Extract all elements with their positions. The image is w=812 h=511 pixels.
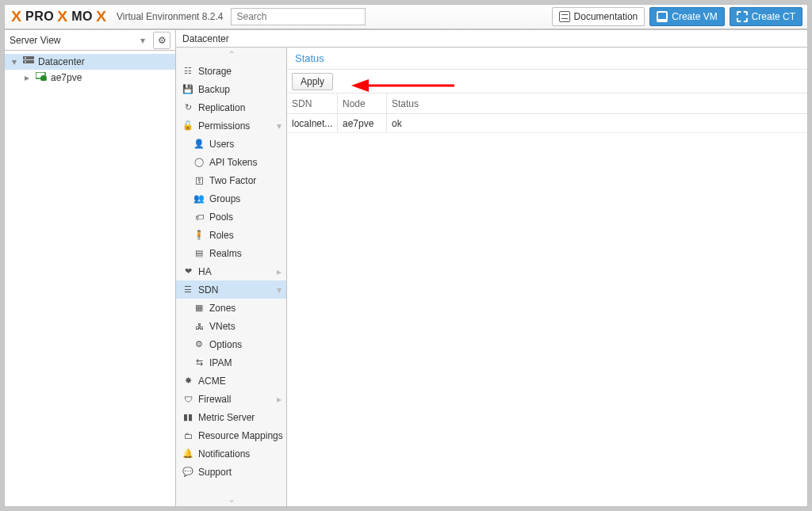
side-item-label: Support: [198, 467, 232, 478]
side-item-label: Realms: [209, 248, 242, 259]
side-item-label: Groups: [209, 193, 240, 204]
documentation-button[interactable]: Documentation: [552, 7, 645, 26]
scroll-down-button[interactable]: ⌄: [176, 492, 286, 506]
shield-icon: 🛡: [182, 395, 193, 404]
chevron-down-icon: ▾: [277, 120, 282, 132]
scroll-up-button[interactable]: ⌃: [176, 48, 286, 62]
create-vm-button[interactable]: Create VM: [649, 7, 724, 26]
database-icon: ☷: [182, 66, 193, 76]
side-item-label: Users: [209, 139, 234, 150]
side-item-label: HA: [198, 266, 212, 277]
cell-status: ok: [387, 114, 807, 132]
side-item-label: VNets: [209, 321, 236, 332]
breadcrumb-text: Datacenter: [182, 33, 229, 44]
side-item-label: Pools: [209, 212, 233, 223]
side-item-realms[interactable]: ▤ Realms: [176, 244, 286, 262]
side-item-options[interactable]: ⚙ Options: [176, 335, 286, 353]
tree-view-title: Server View: [10, 35, 132, 46]
side-item-metric-server[interactable]: ▮▮ Metric Server: [176, 408, 286, 426]
side-menu-items: ☷ Storage 💾 Backup ↻ Replication 🔓 Permi…: [176, 62, 286, 492]
cell-sdn: localnet...: [287, 114, 338, 132]
side-item-replication[interactable]: ↻ Replication: [176, 98, 286, 116]
server-icon: [22, 56, 35, 67]
side-item-permissions[interactable]: 🔓 Permissions ▾: [176, 116, 286, 135]
map-signs-icon: ⇆: [193, 357, 205, 368]
chevron-down-icon: ▾: [277, 284, 282, 296]
user-outline-icon: ◯: [193, 157, 205, 167]
side-item-api-tokens[interactable]: ◯ API Tokens: [176, 153, 286, 171]
side-item-label: Options: [209, 339, 242, 350]
side-item-groups[interactable]: 👥 Groups: [176, 189, 286, 208]
side-item-two-factor[interactable]: ⚿ Two Factor: [176, 171, 286, 189]
logo-x-icon: X: [94, 10, 109, 24]
side-item-storage[interactable]: ☷ Storage: [176, 62, 286, 80]
side-item-label: ACME: [198, 376, 226, 387]
side-item-ipam[interactable]: ⇆ IPAM: [176, 353, 286, 372]
male-icon: 🧍: [193, 230, 205, 240]
side-item-label: Replication: [198, 102, 245, 113]
tree-header: Server View ▾ ⚙: [5, 30, 175, 51]
status-panel: Status Apply SDN Node Status localnet...…: [287, 48, 807, 506]
book-icon: [559, 11, 570, 22]
bar-chart-icon: ▮▮: [182, 412, 193, 422]
retweet-icon: ↻: [182, 102, 193, 112]
logo-text-1: PRO: [25, 10, 54, 24]
search-input[interactable]: [231, 8, 366, 25]
address-book-icon: ▤: [193, 248, 205, 258]
col-header-node[interactable]: Node: [338, 93, 387, 113]
side-item-acme[interactable]: ✸ ACME: [176, 372, 286, 390]
create-ct-label: Create CT: [752, 11, 795, 22]
save-icon: 💾: [182, 84, 193, 94]
users-icon: 👥: [193, 193, 205, 204]
status-title: Status: [287, 48, 807, 70]
side-item-label: Metric Server: [198, 412, 255, 423]
bell-icon: 🔔: [182, 448, 193, 459]
col-header-status[interactable]: Status: [387, 93, 807, 113]
tree-settings-button[interactable]: ⚙: [153, 32, 170, 49]
view-dropdown-button[interactable]: ▾: [136, 33, 150, 48]
side-item-zones[interactable]: ▦ Zones: [176, 299, 286, 317]
side-item-label: Notifications: [198, 448, 250, 460]
side-item-sdn[interactable]: ☰ SDN ▾: [176, 280, 286, 299]
th-icon: ▦: [193, 303, 205, 313]
tree-item-datacenter[interactable]: ▾ Datacenter: [5, 54, 175, 70]
search-wrap: [231, 8, 366, 25]
side-item-label: Permissions: [198, 120, 250, 132]
content-panel: Datacenter ⌃ ☷ Storage 💾 Backup ↻ Replic…: [175, 29, 808, 507]
expand-icon[interactable]: ▸: [22, 72, 32, 83]
side-item-label: SDN: [198, 284, 218, 296]
create-vm-label: Create VM: [672, 11, 717, 22]
side-item-ha[interactable]: ❤ HA ▸: [176, 262, 286, 280]
key-icon: ⚿: [193, 176, 205, 185]
side-item-label: Zones: [209, 303, 236, 314]
tree-panel: Server View ▾ ⚙ ▾ Datacenter ▸ ae7pve: [4, 29, 175, 507]
col-header-sdn[interactable]: SDN: [287, 93, 338, 113]
side-item-firewall[interactable]: 🛡 Firewall ▸: [176, 390, 286, 408]
side-item-roles[interactable]: 🧍 Roles: [176, 226, 286, 244]
side-item-notifications[interactable]: 🔔 Notifications: [176, 444, 286, 463]
container-icon: [737, 11, 748, 22]
side-item-support[interactable]: 💬 Support: [176, 463, 286, 481]
side-item-vnets[interactable]: 🖧 VNets: [176, 317, 286, 335]
side-item-backup[interactable]: 💾 Backup: [176, 80, 286, 98]
network-wired-icon: 🖧: [193, 322, 205, 331]
certificate-icon: ✸: [182, 376, 193, 386]
create-ct-button[interactable]: Create CT: [730, 7, 802, 26]
collapse-icon[interactable]: ▾: [10, 56, 19, 67]
tree-body: ▾ Datacenter ▸ ae7pve: [5, 51, 175, 89]
side-item-label: API Tokens: [209, 157, 257, 168]
tree-item-label: Datacenter: [38, 56, 85, 67]
svg-point-5: [40, 75, 47, 81]
side-item-users[interactable]: 👤 Users: [176, 135, 286, 153]
table-row[interactable]: localnet... ae7pve ok: [287, 114, 807, 133]
tags-icon: 🏷: [193, 212, 205, 222]
logo-text-2: MO: [71, 10, 93, 24]
svg-point-2: [25, 57, 26, 59]
comments-icon: 💬: [182, 467, 193, 477]
tree-item-node[interactable]: ▸ ae7pve: [5, 70, 175, 86]
side-item-resource-mappings[interactable]: 🗀 Resource Mappings: [176, 426, 286, 444]
logo-x-icon: X: [55, 10, 71, 24]
apply-button[interactable]: Apply: [292, 73, 333, 90]
breadcrumb: Datacenter: [176, 30, 807, 48]
side-item-pools[interactable]: 🏷 Pools: [176, 208, 286, 226]
